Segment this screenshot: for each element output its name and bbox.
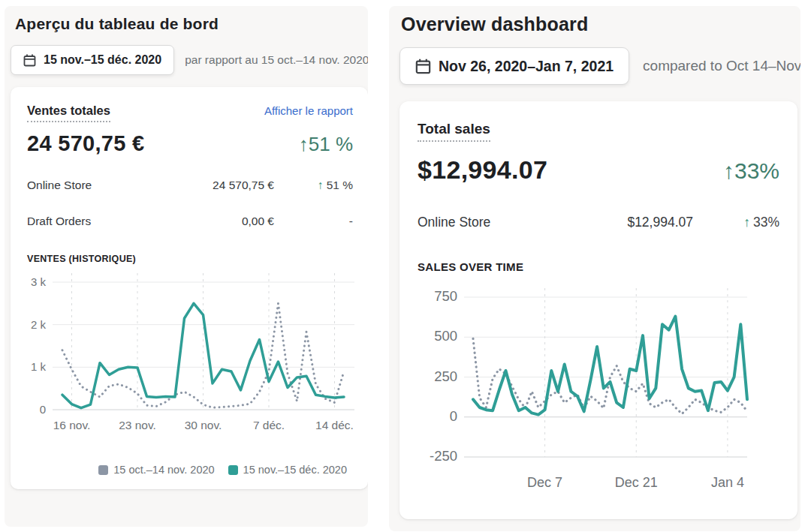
svg-text:-250: -250 (430, 448, 457, 464)
sales-history-chart-fr: 3 k2 k1 k016 nov.23 nov.30 nov.7 déc.14 … (17, 272, 362, 452)
metric-title-fr[interactable]: Ventes totales (27, 104, 110, 122)
channel-row-draft-orders: Draft Orders 0,00 € - (27, 215, 353, 228)
row-value: 0,00 € (161, 215, 274, 228)
svg-text:7 déc.: 7 déc. (253, 419, 285, 431)
row-change-value: - (349, 215, 353, 227)
page-title-en: Overview dashboard (401, 14, 800, 35)
header-row-en: Nov 26, 2020–Jan 7, 2021 compared to Oct… (399, 47, 800, 85)
total-sales-value-en: $12,994.07 (418, 155, 547, 185)
screenshot-root: Aperçu du tableau de bord 15 nov.–15 déc… (0, 0, 811, 532)
row-change: ↑33% (693, 215, 779, 230)
svg-text:0: 0 (40, 403, 46, 416)
row-label: Online Store (418, 215, 550, 230)
row-change-value: 33% (753, 215, 779, 230)
date-range-button-en[interactable]: Nov 26, 2020–Jan 7, 2021 (399, 47, 629, 85)
chart-legend: 15 oct.–14 nov. 2020 15 nov.–15 déc. 202… (27, 464, 347, 476)
channel-row-online-store: Online Store 24 570,75 € ↑51 % (27, 179, 353, 192)
legend-swatch-gray (98, 465, 108, 475)
up-arrow-icon: ↑ (743, 215, 750, 230)
total-sales-card-en: Total sales $12,994.07 ↑33% Online Store… (399, 101, 797, 519)
chart-section-title-en: SALES OVER TIME (418, 260, 779, 273)
legend-swatch-teal (228, 465, 238, 475)
up-arrow-icon: ↑ (318, 179, 324, 191)
row-label: Draft Orders (27, 215, 161, 228)
legend-item-current: 15 nov.–15 déc. 2020 (228, 464, 347, 476)
channel-rows-en: Online Store $12,994.07 ↑33% (418, 215, 779, 230)
svg-text:Dec 7: Dec 7 (527, 475, 562, 490)
sales-over-time-chart-en: 7505002500-250Dec 7Dec 21Jan 4 (406, 279, 792, 506)
row-change-value: 51 % (327, 179, 353, 191)
svg-text:750: 750 (434, 288, 457, 304)
compare-range-text-fr: par rapport au 15 oct.–14 nov. 2020 (185, 53, 368, 67)
row-value: 24 570,75 € (161, 179, 274, 192)
svg-text:1 k: 1 k (31, 360, 47, 373)
chart-section-title-fr: VENTES (HISTORIQUE) (27, 254, 353, 264)
total-row-en: $12,994.07 ↑33% (418, 155, 779, 185)
total-sales-change-fr: ↑51 % (299, 133, 353, 156)
svg-text:14 déc.: 14 déc. (315, 419, 354, 431)
calendar-icon (23, 54, 36, 67)
channel-row-online-store: Online Store $12,994.07 ↑33% (418, 215, 779, 230)
row-change: - (274, 215, 353, 228)
svg-text:23 nov.: 23 nov. (119, 419, 156, 431)
total-sales-value-fr: 24 570,75 € (27, 131, 145, 156)
svg-text:2 k: 2 k (31, 318, 47, 331)
svg-text:3 k: 3 k (31, 275, 47, 288)
total-sales-card-fr: Ventes totales Afficher le rapport 24 57… (11, 87, 368, 489)
total-row-fr: 24 570,75 € ↑51 % (27, 131, 353, 156)
date-range-label-fr: 15 nov.–15 déc. 2020 (44, 53, 161, 67)
svg-text:250: 250 (434, 368, 457, 384)
total-sales-change-en: ↑33% (723, 158, 779, 184)
dashboard-panel-english: Overview dashboard Nov 26, 2020–Jan 7, 2… (389, 6, 800, 531)
calendar-icon (415, 59, 431, 74)
svg-text:0: 0 (450, 408, 457, 424)
legend-item-compare: 15 oct.–14 nov. 2020 (98, 464, 214, 476)
row-change: ↑51 % (274, 179, 353, 192)
svg-text:Dec 21: Dec 21 (615, 475, 658, 490)
date-range-label-en: Nov 26, 2020–Jan 7, 2021 (439, 58, 614, 75)
channel-rows-fr: Online Store 24 570,75 € ↑51 % Draft Ord… (27, 179, 353, 228)
dashboard-panel-french: Aperçu du tableau de bord 15 nov.–15 déc… (5, 6, 368, 527)
page-title-fr: Aperçu du tableau de bord (15, 15, 368, 33)
row-label: Online Store (27, 179, 161, 192)
legend-label: 15 oct.–14 nov. 2020 (113, 464, 214, 476)
view-report-link[interactable]: Afficher le rapport (264, 104, 353, 117)
card-head-en: Total sales (418, 121, 779, 142)
date-range-button-fr[interactable]: 15 nov.–15 déc. 2020 (11, 45, 174, 75)
svg-text:16 nov.: 16 nov. (53, 419, 91, 431)
legend-label: 15 nov.–15 déc. 2020 (243, 464, 347, 476)
svg-text:30 nov.: 30 nov. (185, 419, 222, 431)
compare-range-text-en: compared to Oct 14–Nov, (643, 58, 800, 74)
row-value: $12,994.07 (550, 215, 693, 230)
card-head-fr: Ventes totales Afficher le rapport (27, 104, 353, 122)
header-row-fr: 15 nov.–15 déc. 2020 par rapport au 15 o… (11, 45, 368, 75)
svg-text:Jan 4: Jan 4 (711, 475, 744, 490)
svg-text:500: 500 (434, 328, 457, 344)
metric-title-en[interactable]: Total sales (418, 121, 490, 142)
